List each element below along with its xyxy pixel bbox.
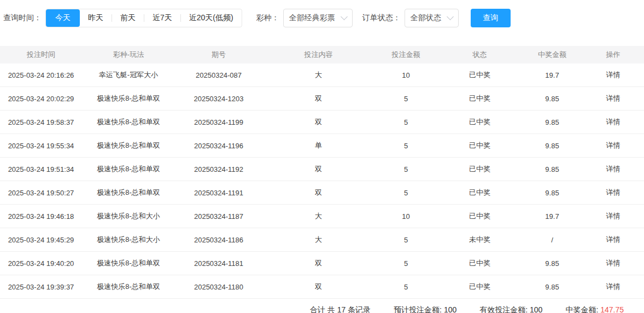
cell-win-amount: 19.7 [522,63,582,87]
cell-win-amount: 9.85 [522,275,582,299]
cell-status: 已中奖 [437,63,522,87]
cell-game: 极速快乐8-总和大小 [82,205,175,228]
total-win-amount: 中奖金额: 147.75 [565,305,624,313]
table-row: 2025-03-24 19:45:29极速快乐8-总和大小20250324-11… [0,228,644,252]
cell-amount: 10 [374,205,437,228]
cell-issue: 20250324-1203 [175,87,262,111]
detail-link[interactable]: 详情 [582,134,644,158]
cell-win-amount: 9.85 [522,252,582,275]
cell-status: 未中奖 [437,228,522,252]
cell-issue: 20250324-087 [175,63,262,87]
cell-content: 双 [262,87,374,111]
cell-bet-time: 2025-03-24 19:40:20 [0,252,82,275]
cell-bet-time: 2025-03-24 19:39:37 [0,275,82,299]
time-option-today[interactable]: 今天 [46,9,80,27]
lottery-type-select[interactable]: 全部经典彩票 [283,9,353,27]
cell-win-amount: 9.85 [522,181,582,205]
col-win-amount: 中奖金额 [522,46,582,63]
col-status: 状态 [437,46,522,63]
valid-bet-amount: 有效投注金额: 100 [479,305,542,313]
cell-bet-time: 2025-03-24 20:16:26 [0,63,82,87]
time-option-daybefore[interactable]: 前天 [112,9,144,27]
cell-content: 双 [262,252,374,275]
order-status-label: 订单状态： [362,13,401,23]
cell-content: 双 [262,111,374,134]
cell-content: 大 [262,228,374,252]
cell-game: 幸运飞艇-冠军大小 [82,63,175,87]
cell-status: 已中奖 [437,275,522,299]
cell-amount: 10 [374,63,437,87]
cell-win-amount: 19.7 [522,205,582,228]
detail-link[interactable]: 详情 [582,63,644,87]
detail-link[interactable]: 详情 [582,228,644,252]
cell-content: 单 [262,134,374,158]
cell-game: 极速快乐8-总和单双 [82,87,175,111]
cell-amount: 5 [374,228,437,252]
detail-link[interactable]: 详情 [582,158,644,181]
time-option-yesterday[interactable]: 昨天 [80,9,112,27]
cell-status: 已中奖 [437,134,522,158]
detail-link[interactable]: 详情 [582,181,644,205]
filter-bar: 查询时间： 今天 昨天 前天 近7天 近20天(低频) 彩种： 全部经典彩票 订… [0,0,644,27]
table-row: 2025-03-24 19:39:37极速快乐8-总和单双20250324-11… [0,275,644,299]
detail-link[interactable]: 详情 [582,205,644,228]
cell-amount: 5 [374,111,437,134]
table-row: 2025-03-24 19:51:34极速快乐8-总和单双20250324-11… [0,158,644,181]
cell-win-amount: / [522,228,582,252]
cell-issue: 20250324-1192 [175,158,262,181]
search-button[interactable]: 查询 [471,9,511,27]
cell-bet-time: 2025-03-24 19:50:27 [0,181,82,205]
time-option-last20days[interactable]: 近20天(低频) [181,9,242,27]
table-row: 2025-03-24 20:16:26幸运飞艇-冠军大小20250324-087… [0,63,644,87]
expected-bet-amount: 预计投注金额: 100 [394,305,456,313]
time-range-group: 今天 昨天 前天 近7天 近20天(低频) [45,9,242,27]
detail-link[interactable]: 详情 [582,275,644,299]
table-row: 2025-03-24 19:58:37极速快乐8-总和单双20250324-11… [0,111,644,134]
chevron-down-icon [341,13,348,20]
time-option-last7days[interactable]: 近7天 [144,9,180,27]
col-action: 操作 [582,46,644,63]
table-row: 2025-03-24 19:55:34极速快乐8-总和单双20250324-11… [0,134,644,158]
cell-content: 双 [262,275,374,299]
cell-status: 已中奖 [437,181,522,205]
cell-game: 极速快乐8-总和单双 [82,111,175,134]
cell-bet-time: 2025-03-24 19:55:34 [0,134,82,158]
cell-status: 已中奖 [437,158,522,181]
cell-amount: 5 [374,181,437,205]
cell-issue: 20250324-1180 [175,275,262,299]
cell-win-amount: 9.85 [522,158,582,181]
cell-issue: 20250324-1187 [175,205,262,228]
cell-status: 已中奖 [437,252,522,275]
detail-link[interactable]: 详情 [582,252,644,275]
cell-bet-time: 2025-03-24 19:58:37 [0,111,82,134]
detail-link[interactable]: 详情 [582,87,644,111]
cell-issue: 20250324-1191 [175,181,262,205]
cell-game: 极速快乐8-总和单双 [82,158,175,181]
table-header: 投注时间 彩种-玩法 期号 投注内容 投注金额 状态 中奖金额 操作 [0,46,644,63]
cell-amount: 5 [374,134,437,158]
lottery-type-value: 全部经典彩票 [289,13,335,23]
cell-bet-time: 2025-03-24 19:46:18 [0,205,82,228]
cell-amount: 5 [374,252,437,275]
cell-content: 双 [262,181,374,205]
cell-game: 极速快乐8-总和单双 [82,275,175,299]
col-game: 彩种-玩法 [82,46,175,63]
cell-game: 极速快乐8-总和单双 [82,181,175,205]
cell-game: 极速快乐8-总和大小 [82,228,175,252]
col-bet-time: 投注时间 [0,46,82,63]
chevron-down-icon [447,13,454,20]
cell-issue: 20250324-1199 [175,111,262,134]
cell-win-amount: 9.85 [522,134,582,158]
table-row: 2025-03-24 19:46:18极速快乐8-总和大小20250324-11… [0,205,644,228]
cell-status: 已中奖 [437,205,522,228]
cell-status: 已中奖 [437,87,522,111]
table-row: 2025-03-24 20:02:29极速快乐8-总和单双20250324-12… [0,87,644,111]
cell-amount: 5 [374,87,437,111]
lottery-type-label: 彩种： [256,13,279,23]
cell-status: 已中奖 [437,111,522,134]
cell-content: 双 [262,158,374,181]
cell-issue: 20250324-1196 [175,134,262,158]
cell-content: 大 [262,205,374,228]
order-status-select[interactable]: 全部状态 [405,9,459,27]
detail-link[interactable]: 详情 [582,111,644,134]
